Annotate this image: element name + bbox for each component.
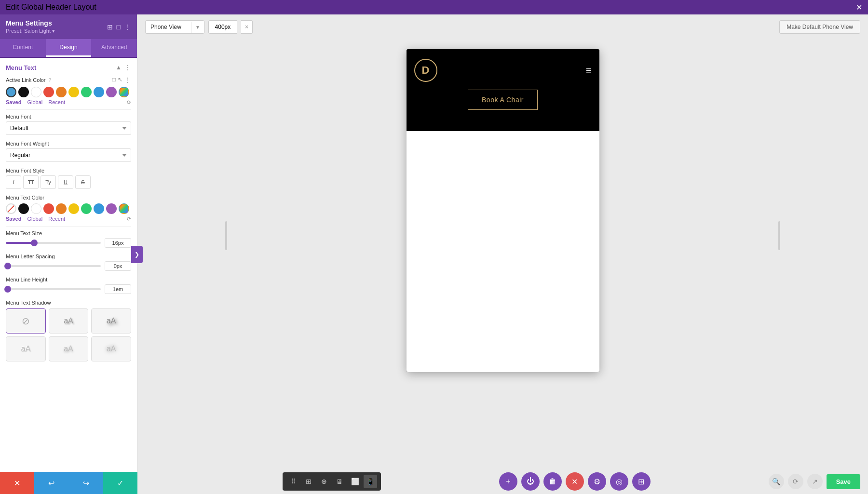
menu-font-group: Menu Font Default Arial Georgia Helvetic… <box>6 114 131 135</box>
italic-btn[interactable]: I <box>6 175 21 189</box>
swatch-tc-purple[interactable] <box>106 203 117 214</box>
color-more-icon[interactable]: ⋮ <box>124 76 131 84</box>
tc-color-tab-saved[interactable]: Saved <box>6 216 21 222</box>
uppercase-btn[interactable]: TT <box>23 175 39 189</box>
hamburger-menu-icon[interactable]: ≡ <box>586 65 592 76</box>
active-link-color-label: Active Link Color <box>6 77 46 83</box>
grid-tool-btn[interactable]: ⠿ <box>286 475 300 488</box>
color-tab-saved[interactable]: Saved <box>6 99 21 106</box>
redo-btn[interactable]: ↪ <box>69 472 103 494</box>
letter-spacing-input[interactable] <box>105 261 131 271</box>
color-tab-recent[interactable]: Recent <box>48 99 65 106</box>
line-height-input[interactable] <box>105 284 131 294</box>
search-btn[interactable]: 🔍 <box>769 474 784 489</box>
swatch-tc-picker[interactable] <box>119 203 129 214</box>
phone-tool-btn[interactable]: 📱 <box>364 475 377 488</box>
capitalize-btn[interactable]: Ty <box>41 175 56 189</box>
monitor-tool-btn[interactable]: 🖥 <box>333 475 346 488</box>
letter-spacing-track[interactable] <box>6 265 101 267</box>
text-size-input[interactable] <box>105 238 131 248</box>
swatch-tc-red[interactable] <box>43 203 54 214</box>
swatch-tc-white[interactable] <box>31 203 41 214</box>
swatch-blue-active[interactable] <box>6 87 16 97</box>
undo-btn[interactable]: ↩ <box>34 472 68 494</box>
shadow-1-option[interactable]: aA <box>49 308 89 334</box>
top-bar: Edit Global Header Layout ✕ <box>0 0 868 14</box>
underline-btn[interactable]: U <box>58 175 73 189</box>
external-btn[interactable]: ↗ <box>807 474 823 489</box>
color-reset-icon[interactable]: ⟳ <box>127 99 131 106</box>
tab-content[interactable]: Content <box>0 39 46 57</box>
tab-advanced[interactable]: Advanced <box>91 39 137 57</box>
phone-cta-button[interactable]: Book A Chair <box>468 90 538 110</box>
shadow-2-option[interactable]: aA <box>91 308 131 334</box>
panel-tabs: Content Design Advanced <box>0 39 137 58</box>
phone-view-select[interactable]: Phone View Desktop View Tablet View <box>146 21 191 33</box>
shadow-none-option[interactable]: ⊘ <box>6 308 46 334</box>
shadow-3-option[interactable]: aA <box>6 336 46 361</box>
discard-btn[interactable]: ✕ <box>0 472 34 494</box>
shadow-5-option[interactable]: aA <box>91 336 131 361</box>
panel-icon-more[interactable]: ⋮ <box>124 23 131 31</box>
color-tab-global[interactable]: Global <box>27 99 42 106</box>
power-btn[interactable]: ⏻ <box>521 472 540 491</box>
right-resize-handle[interactable] <box>778 221 780 250</box>
line-height-thumb[interactable] <box>4 286 11 293</box>
layout-tool-btn[interactable]: ⊞ <box>302 475 315 488</box>
add-element-btn[interactable]: + <box>499 472 517 491</box>
menu-font-weight-select[interactable]: Regular Bold Light Medium <box>6 148 131 162</box>
cursor-icon[interactable]: ↖ <box>118 76 122 84</box>
top-bar-title: Edit Global Header Layout <box>6 3 96 12</box>
shadow-4-option[interactable]: aA <box>49 336 89 361</box>
help-icon[interactable]: ? <box>49 78 52 83</box>
swatch-white[interactable] <box>31 87 41 97</box>
text-size-thumb[interactable] <box>31 240 38 246</box>
letter-spacing-thumb[interactable] <box>4 263 11 269</box>
line-height-track[interactable] <box>6 288 101 290</box>
panel-preset[interactable]: Preset: Salon Light ▾ <box>6 28 55 34</box>
panel-resize-handle[interactable]: ❯ <box>131 246 143 263</box>
tc-color-reset-icon[interactable]: ⟳ <box>127 216 131 222</box>
view-size-input[interactable] <box>208 20 237 34</box>
tab-design[interactable]: Design <box>46 39 92 57</box>
settings-btn[interactable]: ⚙ <box>588 472 606 491</box>
confirm-btn[interactable]: ✓ <box>103 472 137 494</box>
swatch-tc-green[interactable] <box>81 203 92 214</box>
swatch-yellow[interactable] <box>68 87 79 97</box>
swatch-purple[interactable] <box>106 87 117 97</box>
tablet-tool-btn[interactable]: ⬜ <box>348 475 362 488</box>
swatch-blue[interactable] <box>94 87 104 97</box>
swatch-red[interactable] <box>43 87 54 97</box>
mobile-icon[interactable]: □ <box>112 76 116 84</box>
bottom-tools-left: ⠿ ⊞ ⊕ 🖥 ⬜ 📱 <box>283 472 381 491</box>
make-default-phone-view-btn[interactable]: Make Default Phone View <box>779 20 860 34</box>
tc-color-tab-global[interactable]: Global <box>27 216 42 222</box>
swatch-black[interactable] <box>18 87 29 97</box>
swatch-tc-orange[interactable] <box>56 203 67 214</box>
panel-icon-grid[interactable]: ⊞ <box>107 23 113 31</box>
tc-color-tab-recent[interactable]: Recent <box>48 216 65 222</box>
delete-btn[interactable]: 🗑 <box>543 472 562 491</box>
section-more-icon[interactable]: ⋮ <box>124 64 131 71</box>
close-element-btn[interactable]: ✕ <box>566 472 584 491</box>
left-resize-handle[interactable] <box>225 221 227 250</box>
swatch-green[interactable] <box>81 87 92 97</box>
menu-font-select[interactable]: Default Arial Georgia Helvetica <box>6 121 131 135</box>
view-size-clear-btn[interactable]: × <box>241 20 253 34</box>
close-window-button[interactable]: ✕ <box>856 3 862 12</box>
target-btn[interactable]: ◎ <box>610 472 628 491</box>
swatch-transparent[interactable] <box>6 203 16 214</box>
panel-icon-layout[interactable]: □ <box>117 23 121 31</box>
text-size-track[interactable] <box>6 242 101 244</box>
swatch-tc-blue[interactable] <box>94 203 104 214</box>
swatch-tc-yellow[interactable] <box>68 203 79 214</box>
collapse-icon[interactable]: ▲ <box>116 64 122 71</box>
swatch-tc-black[interactable] <box>18 203 29 214</box>
refresh-btn[interactable]: ⟳ <box>788 474 803 489</box>
strikethrough-btn[interactable]: S <box>75 175 91 189</box>
swatch-orange[interactable] <box>56 87 67 97</box>
link-tool-btn[interactable]: ⊕ <box>317 475 331 488</box>
save-button[interactable]: Save <box>827 474 860 489</box>
grid-layout-btn[interactable]: ⊞ <box>632 472 651 491</box>
swatch-picker[interactable] <box>119 87 129 97</box>
